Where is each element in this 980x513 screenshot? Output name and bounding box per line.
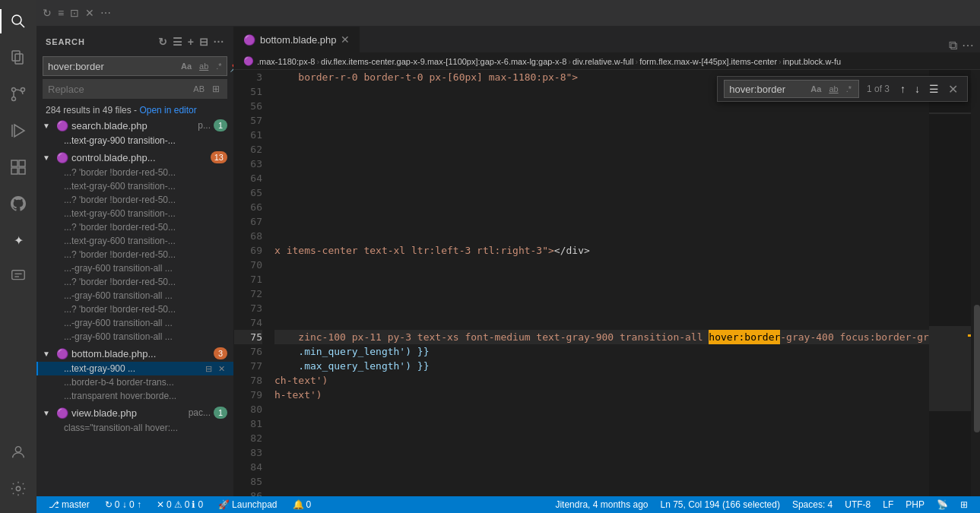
find-regex-btn[interactable]: .* bbox=[844, 84, 854, 94]
breadcrumb-item-div[interactable]: div.flex.items-center.gap-x-9.max-[1100p… bbox=[321, 57, 566, 66]
activity-icon-explorer[interactable] bbox=[0, 40, 36, 76]
case-sensitive-btn[interactable]: Aa bbox=[179, 61, 194, 71]
errors-status[interactable]: ✕ 0 ⚠ 0 ℹ 0 bbox=[151, 499, 209, 510]
match-row[interactable]: ...text-gray-900 transition-... bbox=[36, 134, 233, 147]
breadcrumb-item-div2[interactable]: div.relative.w-full bbox=[572, 57, 634, 66]
git-blame-text: Jitendra, 4 months ago bbox=[555, 499, 648, 510]
replace-single-btn[interactable]: ⊟ bbox=[203, 363, 214, 375]
file-header-control[interactable]: ▼ 🟣 control.blade.php... 13 bbox=[36, 149, 233, 166]
match-text: class="transition-all hover:... bbox=[64, 423, 227, 433]
clear-button[interactable]: ✕ bbox=[85, 7, 94, 19]
match-row[interactable]: ...-gray-600 transition-all ... bbox=[36, 330, 233, 344]
word-match-btn[interactable]: ab bbox=[197, 61, 211, 71]
find-close-btn[interactable]: ✕ bbox=[945, 82, 961, 97]
find-word-btn[interactable]: ab bbox=[826, 84, 840, 94]
chevron-down-icon: ▼ bbox=[43, 122, 53, 130]
find-replace-toggle[interactable]: ☰ bbox=[926, 82, 942, 96]
find-next-btn[interactable]: ↓ bbox=[912, 82, 923, 96]
preserve-case-btn[interactable]: AB bbox=[191, 84, 207, 94]
results-count: 284 results in 49 files bbox=[46, 105, 132, 116]
file-header-view[interactable]: ▼ 🟣 view.blade.php pac... 1 bbox=[36, 404, 233, 421]
editor-tab-bottom[interactable]: 🟣 bottom.blade.php ✕ bbox=[234, 27, 360, 52]
search-results[interactable]: ▼ 🟣 search.blade.php p... 1 ...text-gray… bbox=[36, 117, 233, 496]
more-options-button[interactable]: ··· bbox=[214, 36, 224, 48]
find-case-btn[interactable]: Aa bbox=[808, 84, 823, 94]
activity-icon-settings[interactable] bbox=[0, 470, 36, 507]
file-header-bottom[interactable]: ▼ 🟣 bottom.blade.php... 3 bbox=[36, 345, 233, 362]
broadcast-status[interactable]: 📡 bbox=[931, 499, 954, 510]
match-text: ...? 'border !border-red-50... bbox=[64, 304, 227, 315]
activity-icon-comments[interactable] bbox=[0, 258, 36, 295]
launchpad-status[interactable]: 🚀 Launchpad bbox=[212, 499, 283, 510]
activity-icon-run[interactable] bbox=[0, 112, 36, 149]
find-prev-btn[interactable]: ↑ bbox=[897, 82, 909, 96]
expand-replace-btn[interactable]: ⊞ bbox=[210, 83, 222, 95]
list-view-button[interactable]: ≡ bbox=[58, 7, 64, 19]
match-row[interactable]: class="transition-all hover:... bbox=[36, 421, 233, 435]
sync-status[interactable]: ↻ 0 ↓ 0 ↑ bbox=[99, 499, 147, 510]
replace-input[interactable] bbox=[48, 84, 188, 95]
collapse-button[interactable]: ⊡ bbox=[70, 7, 79, 19]
spaces-status[interactable]: Spaces: 4 bbox=[786, 499, 839, 510]
search-input[interactable] bbox=[48, 61, 176, 72]
match-row[interactable]: ...text-gray-600 transition-... bbox=[36, 179, 233, 193]
breadcrumb[interactable]: .max-1180:px-8 bbox=[257, 57, 315, 66]
position-status[interactable]: Ln 75, Col 194 (166 selected) bbox=[654, 499, 785, 510]
match-row[interactable]: ...-gray-600 transition-all ... bbox=[36, 261, 233, 275]
code-area[interactable]: border-r-0 border-t-0 px-[60px] max-1180… bbox=[268, 70, 929, 496]
refresh-search-button[interactable]: ↻ bbox=[158, 36, 168, 48]
layout-status[interactable]: ⊞ bbox=[954, 499, 974, 510]
line-numbers: 3 51 56 57 61 62 63 64 65 66 67 68 69 70… bbox=[234, 70, 268, 496]
match-row[interactable]: ...transparent hover:borde... bbox=[36, 389, 233, 403]
language-status[interactable]: PHP bbox=[899, 499, 931, 510]
match-row[interactable]: ...? 'border !border-red-50... bbox=[36, 193, 233, 207]
activity-icon-search[interactable] bbox=[0, 3, 36, 40]
match-row-selected[interactable]: ...text-gray-900 ... ⊟ ✕ bbox=[36, 362, 233, 375]
file-icon-search: 🟣 bbox=[56, 120, 68, 131]
notifications-status[interactable]: 🔔 0 bbox=[287, 499, 318, 510]
code-line-73 bbox=[274, 301, 929, 315]
activity-icon-extensions[interactable] bbox=[0, 149, 36, 185]
match-row[interactable]: ...? 'border !border-red-50... bbox=[36, 166, 233, 179]
list-details-button[interactable]: ☰ bbox=[173, 36, 183, 48]
line-ending-status[interactable]: LF bbox=[877, 499, 899, 510]
match-row[interactable]: ...-gray-600 transition-all ... bbox=[36, 316, 233, 330]
file-group-bottom: ▼ 🟣 bottom.blade.php... 3 ...text-gray-9… bbox=[36, 345, 233, 403]
more-editor-options[interactable]: ⋯ bbox=[962, 38, 974, 52]
git-blame-status[interactable]: Jitendra, 4 months ago bbox=[549, 499, 654, 510]
results-info: 284 results in 49 files - Open in editor bbox=[36, 102, 233, 117]
pin-btn[interactable]: 📌 bbox=[227, 59, 234, 73]
activity-icon-account[interactable] bbox=[0, 434, 36, 470]
code-line-67 bbox=[274, 214, 929, 229]
match-row[interactable]: ...? 'border !border-red-50... bbox=[36, 248, 233, 261]
code-line-71 bbox=[274, 272, 929, 287]
breadcrumb-item-input[interactable]: input.block.w-fu bbox=[783, 57, 841, 66]
breadcrumb-bar: 🟣 .max-1180:px-8 › div.flex.items-center… bbox=[234, 53, 980, 70]
split-editor-button[interactable]: ⧉ bbox=[949, 39, 957, 52]
match-row[interactable]: ...text-gray-600 transition-... bbox=[36, 234, 233, 248]
match-row[interactable]: ...? 'border !border-red-50... bbox=[36, 220, 233, 234]
match-row[interactable]: ...border-b-4 border-trans... bbox=[36, 375, 233, 389]
branch-status[interactable]: ⎇ master bbox=[43, 499, 96, 510]
minimap[interactable] bbox=[929, 70, 971, 496]
new-file-button[interactable]: + bbox=[188, 36, 195, 48]
filter-button[interactable]: ⊟ bbox=[199, 36, 209, 48]
match-row[interactable]: ...text-gray-600 transition-... bbox=[36, 207, 233, 220]
file-header-search[interactable]: ▼ 🟣 search.blade.php p... 1 bbox=[36, 117, 233, 134]
activity-icon-source-control[interactable] bbox=[0, 76, 36, 112]
dismiss-match-btn[interactable]: ✕ bbox=[216, 363, 227, 375]
breadcrumb-item-form[interactable]: form.flex.max-w-[445px].items-center bbox=[639, 57, 777, 66]
find-input[interactable] bbox=[729, 84, 805, 95]
refresh-button[interactable]: ↻ bbox=[43, 7, 52, 19]
activity-icon-copilot[interactable]: ✦ bbox=[0, 222, 36, 258]
sidebar-title: SEARCH bbox=[46, 37, 85, 46]
open-editor-link[interactable]: Open in editor bbox=[139, 105, 196, 116]
activity-icon-github[interactable] bbox=[0, 185, 36, 222]
match-row[interactable]: ...? 'border !border-red-50... bbox=[36, 275, 233, 289]
encoding-status[interactable]: UTF-8 bbox=[839, 499, 877, 510]
regex-btn[interactable]: .* bbox=[214, 61, 224, 71]
match-row[interactable]: ...? 'border !border-red-50... bbox=[36, 302, 233, 316]
match-row[interactable]: ...-gray-600 transition-all ... bbox=[36, 289, 233, 302]
tab-close-icon[interactable]: ✕ bbox=[341, 33, 350, 46]
more-button[interactable]: ⋯ bbox=[100, 7, 111, 19]
